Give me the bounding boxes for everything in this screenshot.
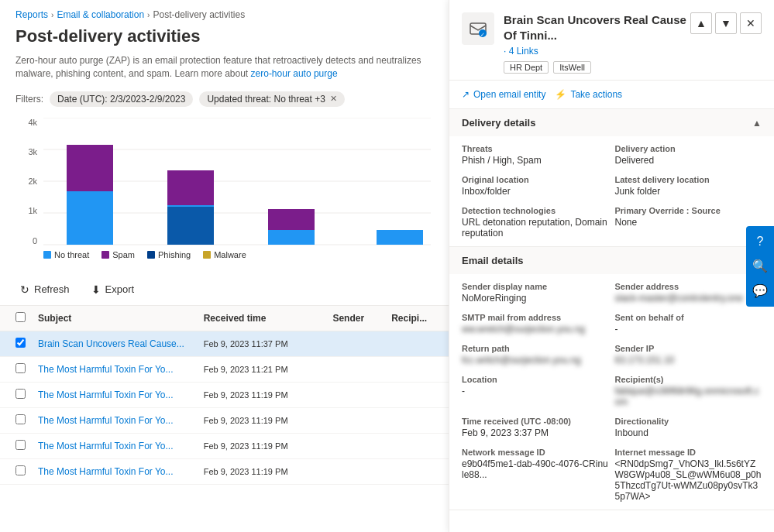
row-checkbox[interactable] [15, 414, 26, 424]
filter-close-icon[interactable]: ✕ [330, 94, 337, 104]
delivery-action-label: Delivery action [615, 144, 762, 153]
time-received-value: Feb 9, 2023 3:37 PM [462, 427, 609, 438]
select-all-checkbox[interactable] [15, 312, 26, 322]
panel-tags: HR Dept ItsWell [504, 61, 690, 74]
sender-address-value: slack-master@controlentry.one [615, 293, 762, 304]
detection-tech-label: Detection technologies [462, 206, 609, 215]
question-icon[interactable]: ? [749, 231, 771, 252]
email-received: Feb 9, 2023 11:21 PM [198, 356, 327, 382]
original-location-label: Original location [462, 175, 609, 184]
row-checkbox[interactable] [15, 389, 26, 399]
return-path-value: fcc.writch@ourjection.you.ng [462, 355, 609, 366]
search-zoom-icon[interactable]: 🔍 [749, 256, 771, 277]
email-recipient [385, 356, 449, 382]
export-button[interactable]: ⬇ Export [87, 280, 139, 299]
email-recipient [385, 458, 449, 484]
delivery-details-title: Delivery details [462, 117, 535, 129]
delivery-details-section: Delivery details ▲ Threats Phish / High,… [449, 109, 774, 247]
filter-chip-date: Date (UTC): 2/3/2023-2/9/2023 [50, 91, 193, 107]
email-sender [326, 407, 385, 433]
refresh-button[interactable]: ↻ Refresh [15, 280, 74, 299]
legend-phishing: Phishing [158, 250, 191, 259]
svg-rect-11 [268, 230, 315, 245]
email-recipient [385, 407, 449, 433]
email-subject[interactable]: The Most Harmful Toxin For Yo... [32, 458, 198, 484]
email-recipient [385, 433, 449, 458]
row-checkbox[interactable] [15, 440, 26, 450]
return-path-label: Return path [462, 344, 609, 353]
export-icon: ⬇ [91, 283, 101, 296]
panel-close[interactable]: ✕ [740, 12, 762, 34]
sender-display-label: Sender display name [462, 282, 609, 291]
email-received: Feb 9, 2023 11:19 PM [198, 433, 327, 458]
email-sender [326, 331, 385, 356]
email-subject[interactable]: The Most Harmful Toxin For Yo... [32, 407, 198, 433]
sent-on-behalf-label: Sent on behalf of [615, 313, 762, 322]
table-row[interactable]: The Most Harmful Toxin For Yo... Feb 9, … [0, 382, 449, 407]
table-row[interactable]: The Most Harmful Toxin For Yo... Feb 9, … [0, 356, 449, 382]
time-received-label: Time received (UTC -08:00) [462, 417, 609, 426]
table-row[interactable]: The Most Harmful Toxin For Yo... Feb 9, … [0, 458, 449, 484]
tag-hr-dept: HR Dept [504, 61, 549, 74]
svg-text:✓: ✓ [480, 32, 485, 37]
open-email-entity-button[interactable]: ↗ Open email entity [462, 87, 545, 102]
filters-bar: Filters: Date (UTC): 2/3/2023-2/9/2023 U… [0, 87, 449, 112]
row-checkbox[interactable] [15, 465, 26, 475]
row-checkbox[interactable] [15, 363, 26, 373]
sender-ip-value: 63.173.151.10 [615, 355, 762, 366]
network-message-value: e9b04f5me1-dab-490c-4076-CRinule88... [462, 458, 609, 480]
original-location-value: Inbox/folder [462, 186, 609, 197]
location-value: - [462, 386, 609, 396]
email-details-body: Sender display name NoMoreRinging Sender… [449, 274, 774, 510]
detail-panel: ✓ Brain Scan Uncovers Real Cause Of Tinn… [449, 0, 774, 532]
panel-header: ✓ Brain Scan Uncovers Real Cause Of Tinn… [449, 0, 774, 81]
filters-label: Filters: [15, 94, 43, 105]
breadcrumb: Reports › Email & collaboration › Post-d… [0, 0, 449, 23]
email-sender [326, 382, 385, 407]
email-table: Subject Received time Sender Recipi... B… [0, 305, 449, 532]
table-row[interactable]: The Most Harmful Toxin For Yo... Feb 9, … [0, 407, 449, 433]
email-subject[interactable]: The Most Harmful Toxin For Yo... [32, 433, 198, 458]
legend-malware: Malware [214, 250, 246, 259]
latest-delivery-label: Latest delivery location [615, 175, 762, 184]
panel-nav-up[interactable]: ▲ [690, 12, 712, 34]
email-subject[interactable]: The Most Harmful Toxin For Yo... [32, 356, 198, 382]
panel-email-title: Brain Scan Uncovers Real Cause Of Tinni.… [504, 12, 690, 43]
email-received: Feb 9, 2023 11:37 PM [198, 331, 327, 356]
email-subject[interactable]: The Most Harmful Toxin For Yo... [32, 382, 198, 407]
legend-spam: Spam [112, 250, 135, 259]
threats-label: Threats [462, 144, 609, 153]
chat-icon[interactable]: 💬 [749, 280, 771, 302]
email-subject[interactable]: Brain Scan Uncovers Real Cause... [32, 331, 198, 356]
breadcrumb-reports[interactable]: Reports [15, 9, 48, 20]
directionality-label: Directionality [615, 417, 762, 426]
latest-delivery-value: Junk folder [615, 186, 762, 197]
internet-message-label: Internet message ID [615, 448, 762, 457]
panel-links[interactable]: · 4 Links [504, 46, 690, 57]
delivery-details-body: Threats Phish / High, Spam Delivery acti… [449, 136, 774, 246]
side-icons: ? 🔍 💬 [746, 226, 774, 307]
col-sender: Sender [326, 306, 385, 331]
delivery-action-value: Delivered [615, 155, 762, 166]
sender-ip-label: Sender IP [615, 344, 762, 353]
filter-chip-threat[interactable]: Updated threat: No threat +3 ✕ [199, 91, 344, 107]
breadcrumb-email-collab[interactable]: Email & collaboration [57, 9, 144, 20]
email-received: Feb 9, 2023 11:19 PM [198, 458, 327, 484]
primary-override-label: Primary Override : Source [615, 206, 762, 215]
row-checkbox[interactable] [15, 338, 26, 348]
chart-area: 4k 3k 2k 1k 0 [0, 112, 449, 274]
delivery-details-header[interactable]: Delivery details ▲ [449, 109, 774, 136]
legend-no-threat: No threat [54, 250, 89, 259]
smtp-mail-label: SMTP mail from address [462, 313, 609, 322]
table-row[interactable]: The Most Harmful Toxin For Yo... Feb 9, … [0, 433, 449, 458]
take-actions-button[interactable]: ⚡ Take actions [555, 87, 622, 102]
col-recipient: Recipi... [385, 306, 449, 331]
open-email-icon: ↗ [462, 89, 470, 100]
email-recipient [385, 331, 449, 356]
zap-link[interactable]: zero-hour auto purge [251, 68, 338, 79]
email-details-header[interactable]: Email details ▲ [449, 247, 774, 274]
directionality-value: Inbound [615, 427, 762, 438]
panel-nav-down[interactable]: ▼ [715, 12, 737, 34]
threats-value: Phish / High, Spam [462, 155, 609, 166]
table-row[interactable]: Brain Scan Uncovers Real Cause... Feb 9,… [0, 331, 449, 356]
